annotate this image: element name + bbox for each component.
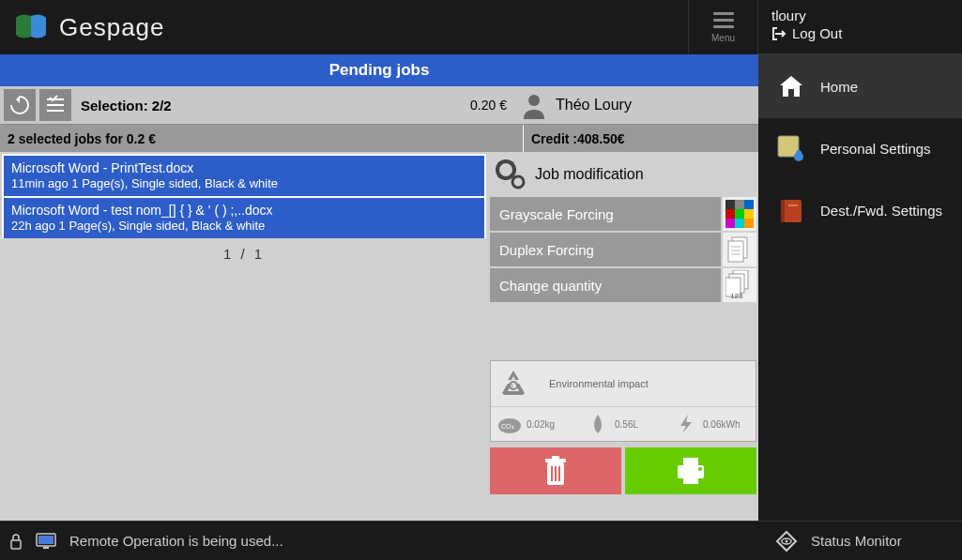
menu-label: Menu [711, 33, 735, 43]
user-icon [520, 91, 548, 119]
summary-row: 2 selected jobs for 0.2 € Credit :408.50… [0, 124, 758, 152]
gear-icon [494, 158, 527, 191]
select-all-button[interactable] [39, 89, 71, 121]
job-item[interactable]: Microsoft Word - PrintTest.docx 11min ag… [2, 154, 486, 196]
duplex-icon [723, 233, 756, 266]
status-monitor-button[interactable]: Status Monitor [758, 521, 962, 560]
status-bar: Remote Operation is being used... [0, 521, 758, 560]
svg-rect-11 [744, 209, 754, 219]
nav-personal[interactable]: Personal Settings [758, 118, 962, 180]
svg-rect-47 [788, 204, 798, 206]
svg-point-49 [786, 539, 788, 542]
print-button[interactable] [625, 447, 756, 494]
env-co2-val: 0.02kg [527, 419, 555, 430]
svg-point-44 [796, 150, 802, 156]
cloud-icon: CO₂ [496, 413, 523, 435]
monitor-icon [36, 533, 56, 550]
diamond-eye-icon [775, 530, 798, 552]
topbar: Gespage Menu [0, 0, 758, 54]
bolt-icon [673, 413, 699, 435]
logout-icon [771, 26, 786, 41]
svg-text:123: 123 [730, 292, 743, 300]
menu-button[interactable]: Menu [688, 0, 758, 54]
color-swatch-icon [723, 197, 756, 231]
delete-button[interactable] [490, 447, 621, 494]
svg-rect-1 [47, 104, 64, 106]
svg-text:CO₂: CO₂ [501, 423, 514, 430]
svg-rect-8 [744, 200, 754, 209]
main-panel: Gespage Menu Pending jobs Selection: 2/2… [0, 0, 758, 560]
grayscale-button[interactable]: Grayscale Forcing [490, 197, 721, 231]
job-detail: 22h ago 1 Page(s), Single sided, Black &… [11, 219, 477, 235]
status-monitor-label: Status Monitor [811, 533, 902, 549]
logout-label: Log Out [792, 25, 842, 41]
pagination: 1 / 1 [2, 238, 486, 269]
svg-rect-30 [552, 456, 559, 459]
svg-rect-9 [725, 209, 735, 219]
page-title: Pending jobs [0, 54, 758, 86]
svg-rect-46 [781, 200, 785, 222]
svg-point-37 [698, 467, 702, 471]
cost-text: 0.20 € [470, 98, 507, 113]
svg-rect-41 [43, 547, 49, 549]
hamburger-icon [713, 12, 734, 28]
nav-personal-label: Personal Settings [820, 141, 931, 158]
lock-icon [9, 533, 23, 550]
selection-text: Selection: 2/2 [81, 98, 172, 114]
svg-rect-38 [11, 540, 21, 549]
job-item[interactable]: Microsoft Word - test nom_[] { } & ' ( )… [2, 196, 486, 238]
env-head: i Environmental impact [491, 361, 756, 406]
duplex-row: Duplex Forcing [490, 233, 756, 266]
logo-icon [9, 8, 52, 46]
svg-rect-2 [47, 110, 64, 112]
user-panel: tloury Log Out [758, 0, 962, 54]
droplet-icon [585, 413, 611, 435]
env-water: 0.56L [579, 407, 667, 441]
env-stats: CO₂ 0.02kg 0.56L 0.06kWh [491, 406, 756, 441]
action-row [490, 447, 756, 494]
user-badge: Théo Loury [520, 91, 755, 119]
env-co2: CO₂ 0.02kg [491, 407, 579, 441]
summary-credit: Credit :408.50€ [524, 125, 758, 152]
job-detail: 11min ago 1 Page(s), Single sided, Black… [11, 176, 477, 192]
env-water-val: 0.56L [615, 419, 638, 430]
logout-button[interactable]: Log Out [771, 25, 949, 41]
nav-dest[interactable]: Dest./Fwd. Settings [758, 180, 962, 242]
refresh-button[interactable] [4, 89, 36, 121]
user-name: Théo Loury [556, 97, 632, 114]
checklist-icon [44, 94, 67, 116]
modification-panel: Job modification Grayscale Forcing Duple… [488, 152, 758, 521]
svg-text:i: i [512, 382, 513, 390]
summary-left: 2 selected jobs for 0.2 € [0, 125, 524, 152]
svg-rect-35 [683, 458, 698, 465]
recycle-icon: i [496, 367, 530, 401]
env-energy: 0.06kWh [667, 407, 756, 441]
job-title: Microsoft Word - PrintTest.docx [11, 159, 477, 176]
printer-icon [674, 456, 708, 486]
svg-rect-40 [38, 536, 53, 544]
grayscale-row: Grayscale Forcing [490, 197, 756, 231]
svg-rect-31 [551, 466, 553, 481]
home-icon [775, 70, 807, 102]
nav-home[interactable]: Home [758, 54, 962, 118]
svg-rect-13 [735, 219, 744, 228]
address-book-icon [775, 195, 807, 227]
toolbar: Selection: 2/2 0.20 € Théo Loury [0, 86, 758, 124]
quantity-row: Change quantity 123 [490, 268, 756, 302]
duplex-button[interactable]: Duplex Forcing [490, 233, 721, 266]
brand-name: Gespage [59, 13, 165, 42]
mod-header-label: Job modification [535, 166, 644, 183]
mod-header: Job modification [490, 154, 756, 195]
nav-home-label: Home [820, 79, 858, 95]
nav-dest-label: Dest./Fwd. Settings [820, 203, 942, 219]
trash-icon [542, 455, 570, 487]
svg-rect-32 [555, 466, 557, 481]
env-impact-box: i Environmental impact CO₂ 0.02kg 0.56L [490, 360, 756, 442]
quantity-button[interactable]: Change quantity [490, 268, 721, 302]
status-text: Remote Operation is being used... [69, 533, 283, 549]
svg-rect-36 [683, 475, 698, 484]
job-list: Microsoft Word - PrintTest.docx 11min ag… [0, 152, 488, 521]
svg-rect-16 [728, 241, 743, 262]
personal-settings-icon [775, 133, 807, 165]
username: tloury [771, 8, 949, 23]
